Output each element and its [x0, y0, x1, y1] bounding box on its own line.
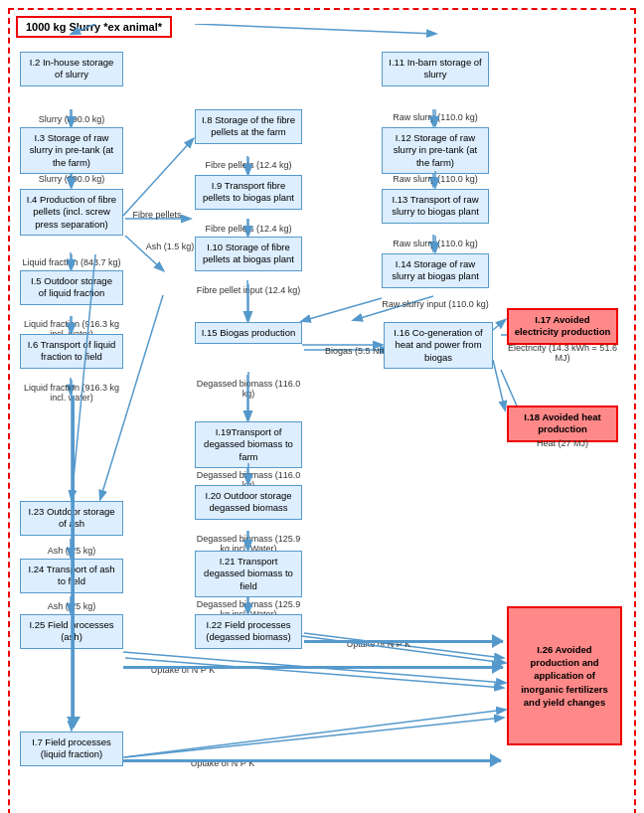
- node-i121: I.21 Transport degassed biomass to field: [195, 551, 302, 597]
- flow-raw-input: Raw slurry input (110.0 kg): [382, 299, 489, 309]
- svg-line-54: [195, 24, 435, 34]
- node-i18: I.8 Storage of the fibre pellets at the …: [195, 109, 302, 144]
- flow-electricity: Electricity (14.3 kWh = 51.6 MJ): [507, 343, 618, 363]
- node-i16: I.6 Transport of liquid fraction to fiel…: [20, 334, 123, 369]
- node-i12: I.2 In-house storage of slurry: [20, 52, 123, 86]
- node-i17: I.7 Field processes (liquid fraction): [20, 732, 123, 766]
- svg-line-41: [493, 320, 505, 330]
- node-i119: I.19Transport of degassed biomass to far…: [195, 421, 302, 468]
- node-i122: I.22 Field processes (degassed biomass): [195, 614, 302, 649]
- node-i15: I.5 Outdoor storage of liquid fraction: [20, 270, 123, 305]
- npk2-arrow: [123, 660, 503, 674]
- outer-border: 1000 kg Slurry *ex animal*: [8, 8, 636, 813]
- node-i113: I.13 Transport of raw slurry to biogas p…: [382, 189, 489, 224]
- flow-liquid-8437: Liquid fraction (843.7 kg): [20, 257, 123, 267]
- flow-slurry-890a: Slurry (890.0 kg): [20, 114, 123, 124]
- flow-fibre-124b: Fibre pellets (12.4 kg): [195, 224, 302, 234]
- flow-degassed-116a: Degassed biomass (116.0 kg): [195, 379, 302, 399]
- flow-raw-110a: Raw slurry (110.0 kg): [382, 112, 489, 122]
- flow-raw-110b: Raw slurry (110.0 kg): [382, 174, 489, 184]
- node-i117: I.17 Avoided electricity production: [507, 308, 618, 345]
- flow-ash-label: Ash (1.5 kg): [145, 242, 195, 251]
- svg-line-39: [302, 298, 382, 321]
- svg-line-31: [123, 139, 193, 216]
- node-i126: I.26 Avoided production and application …: [507, 606, 622, 745]
- node-i114: I.14 Storage of raw slurry at biogas pla…: [382, 253, 489, 288]
- node-i13: I.3 Storage of raw slurry in pre-tank (a…: [20, 127, 123, 174]
- node-i19: I.9 Transport fibre pellets to biogas pl…: [195, 175, 302, 210]
- node-i116: I.16 Co-generation of heat and power fro…: [384, 322, 493, 369]
- svg-line-42: [493, 360, 505, 409]
- node-i120: I.20 Outdoor storage degassed biomass: [195, 485, 302, 520]
- node-i14: I.4 Production of fibre pellets (incl. s…: [20, 189, 123, 236]
- flow-fibre-input: Fibre pellet input (12.4 kg): [195, 285, 302, 295]
- col1-down-arrow: [66, 396, 80, 728]
- start-box: 1000 kg Slurry *ex animal*: [16, 16, 172, 38]
- flow-fibre-pellets: Fibre pellets: [127, 210, 187, 220]
- npk1-arrow: [304, 634, 503, 648]
- node-i111: I.11 In-barn storage of slurry: [382, 52, 489, 86]
- flow-slurry-890b: Slurry (890.0 kg): [20, 174, 123, 184]
- flow-fibre-124a: Fibre pellets (12.4 kg): [195, 160, 302, 170]
- flow-heat: Heat (27 MJ): [507, 438, 618, 448]
- node-i110: I.10 Storage of fibre pellets at biogas …: [195, 237, 302, 271]
- node-i118: I.18 Avoided heat production: [507, 406, 618, 442]
- node-i115: I.15 Biogas production: [195, 322, 302, 344]
- svg-line-52: [123, 710, 505, 757]
- node-i112: I.12 Storage of raw slurry in pre-tank (…: [382, 127, 489, 174]
- flow-raw-110c: Raw slurry (110.0 kg): [382, 239, 489, 248]
- npk3-arrow: [123, 751, 501, 769]
